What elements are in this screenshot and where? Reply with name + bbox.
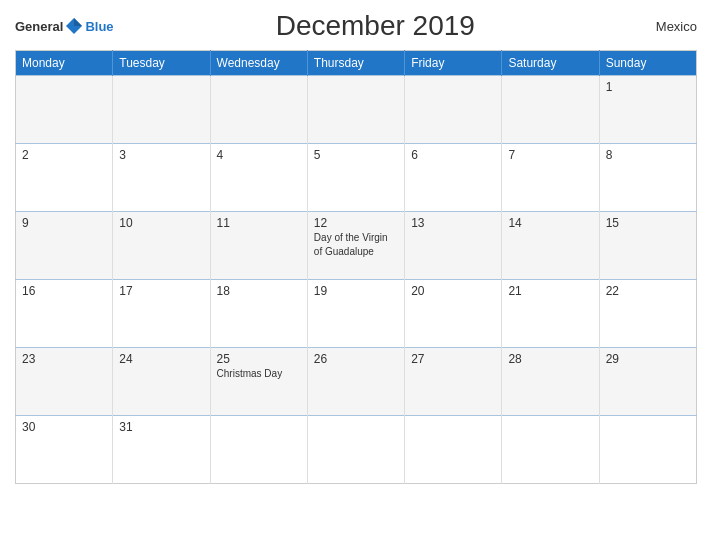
calendar-week-row: 16171819202122 xyxy=(16,280,697,348)
calendar-week-row: 232425Christmas Day26272829 xyxy=(16,348,697,416)
day-number: 1 xyxy=(606,80,690,94)
day-number: 20 xyxy=(411,284,495,298)
day-number: 9 xyxy=(22,216,106,230)
header: General Blue December 2019 Mexico xyxy=(15,10,697,42)
calendar-cell: 15 xyxy=(599,212,696,280)
calendar-cell: 2 xyxy=(16,144,113,212)
calendar-cell: 5 xyxy=(307,144,404,212)
header-saturday: Saturday xyxy=(502,51,599,76)
calendar-cell: 20 xyxy=(405,280,502,348)
calendar-cell: 14 xyxy=(502,212,599,280)
day-number: 4 xyxy=(217,148,301,162)
day-number: 21 xyxy=(508,284,592,298)
day-number: 10 xyxy=(119,216,203,230)
calendar-cell: 24 xyxy=(113,348,210,416)
calendar-cell: 26 xyxy=(307,348,404,416)
calendar-cell xyxy=(405,76,502,144)
calendar-cell: 31 xyxy=(113,416,210,484)
day-number: 27 xyxy=(411,352,495,366)
weekday-header-row: Monday Tuesday Wednesday Thursday Friday… xyxy=(16,51,697,76)
svg-marker-1 xyxy=(74,18,82,26)
calendar-cell: 29 xyxy=(599,348,696,416)
calendar-cell: 11 xyxy=(210,212,307,280)
calendar-cell: 9 xyxy=(16,212,113,280)
day-number: 7 xyxy=(508,148,592,162)
day-number: 13 xyxy=(411,216,495,230)
calendar-cell xyxy=(502,76,599,144)
day-number: 2 xyxy=(22,148,106,162)
day-number: 26 xyxy=(314,352,398,366)
logo-blue-text: Blue xyxy=(85,19,113,34)
calendar-cell: 19 xyxy=(307,280,404,348)
calendar-cell: 30 xyxy=(16,416,113,484)
calendar-week-row: 1 xyxy=(16,76,697,144)
calendar-cell xyxy=(113,76,210,144)
header-thursday: Thursday xyxy=(307,51,404,76)
day-number: 11 xyxy=(217,216,301,230)
calendar-page: General Blue December 2019 Mexico Monday… xyxy=(0,0,712,550)
day-event: Christmas Day xyxy=(217,368,283,379)
calendar-cell xyxy=(307,76,404,144)
day-number: 6 xyxy=(411,148,495,162)
calendar-week-row: 2345678 xyxy=(16,144,697,212)
day-number: 12 xyxy=(314,216,398,230)
country-label: Mexico xyxy=(637,19,697,34)
calendar-week-row: 9101112Day of the Virgin of Guadalupe131… xyxy=(16,212,697,280)
calendar-cell xyxy=(210,416,307,484)
calendar-cell xyxy=(307,416,404,484)
header-monday: Monday xyxy=(16,51,113,76)
day-number: 15 xyxy=(606,216,690,230)
calendar-cell: 27 xyxy=(405,348,502,416)
calendar-cell xyxy=(599,416,696,484)
calendar-cell: 22 xyxy=(599,280,696,348)
calendar-cell: 3 xyxy=(113,144,210,212)
calendar-cell: 7 xyxy=(502,144,599,212)
calendar-cell: 12Day of the Virgin of Guadalupe xyxy=(307,212,404,280)
header-tuesday: Tuesday xyxy=(113,51,210,76)
calendar-cell xyxy=(210,76,307,144)
logo-general-text: General xyxy=(15,19,63,34)
day-number: 3 xyxy=(119,148,203,162)
day-number: 22 xyxy=(606,284,690,298)
calendar-cell: 18 xyxy=(210,280,307,348)
day-number: 23 xyxy=(22,352,106,366)
calendar-cell xyxy=(405,416,502,484)
day-number: 14 xyxy=(508,216,592,230)
day-number: 16 xyxy=(22,284,106,298)
calendar-cell: 21 xyxy=(502,280,599,348)
calendar-cell: 13 xyxy=(405,212,502,280)
day-number: 31 xyxy=(119,420,203,434)
calendar-cell: 6 xyxy=(405,144,502,212)
day-number: 19 xyxy=(314,284,398,298)
day-number: 8 xyxy=(606,148,690,162)
calendar-table: Monday Tuesday Wednesday Thursday Friday… xyxy=(15,50,697,484)
header-sunday: Sunday xyxy=(599,51,696,76)
calendar-cell: 8 xyxy=(599,144,696,212)
month-title: December 2019 xyxy=(114,10,637,42)
day-number: 25 xyxy=(217,352,301,366)
day-event: Day of the Virgin of Guadalupe xyxy=(314,232,388,257)
day-number: 30 xyxy=(22,420,106,434)
calendar-cell: 1 xyxy=(599,76,696,144)
day-number: 29 xyxy=(606,352,690,366)
calendar-cell xyxy=(502,416,599,484)
day-number: 5 xyxy=(314,148,398,162)
calendar-cell xyxy=(16,76,113,144)
header-wednesday: Wednesday xyxy=(210,51,307,76)
calendar-cell: 28 xyxy=(502,348,599,416)
day-number: 18 xyxy=(217,284,301,298)
calendar-cell: 10 xyxy=(113,212,210,280)
calendar-cell: 16 xyxy=(16,280,113,348)
calendar-cell: 23 xyxy=(16,348,113,416)
day-number: 28 xyxy=(508,352,592,366)
day-number: 17 xyxy=(119,284,203,298)
calendar-cell: 25Christmas Day xyxy=(210,348,307,416)
header-friday: Friday xyxy=(405,51,502,76)
day-number: 24 xyxy=(119,352,203,366)
logo: General Blue xyxy=(15,16,114,36)
calendar-cell: 4 xyxy=(210,144,307,212)
logo-icon xyxy=(64,16,84,36)
calendar-week-row: 3031 xyxy=(16,416,697,484)
calendar-cell: 17 xyxy=(113,280,210,348)
